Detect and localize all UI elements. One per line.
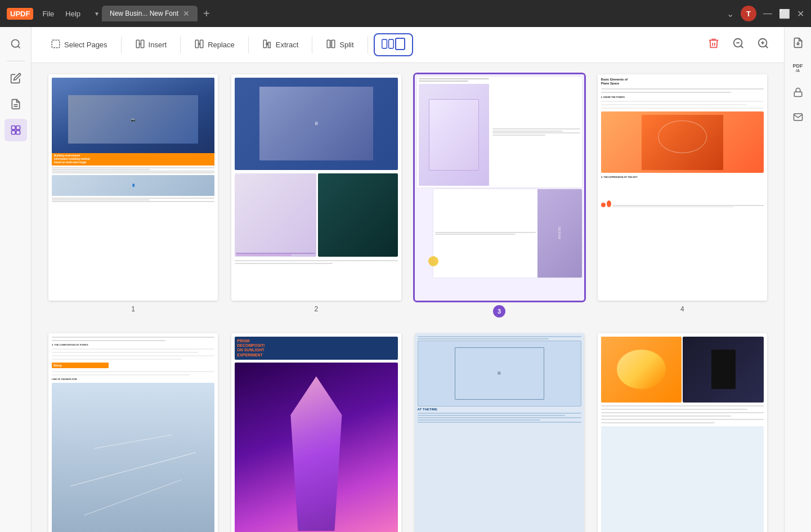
svg-rect-13 xyxy=(195,40,198,48)
titlebar-right: ⌄ T — ⬜ ✕ xyxy=(727,6,804,21)
page-item-8: 8 xyxy=(598,333,767,532)
page-thumb-6[interactable]: PRISMDECOMPOSITION SUNLIGHTEXPERIMENT xyxy=(231,333,401,532)
svg-rect-31 xyxy=(794,92,802,96)
insert-btn[interactable]: Insert xyxy=(127,34,175,56)
organize-dual-icon xyxy=(382,38,394,52)
tab-close-btn[interactable]: ✕ xyxy=(183,9,190,18)
window-options-btn[interactable]: ⌄ xyxy=(727,8,734,19)
replace-label: Replace xyxy=(208,41,235,49)
active-tab[interactable]: New Busin... New Font ✕ xyxy=(102,6,198,21)
page-num-3-badge: 3 xyxy=(493,305,505,318)
sidebar-divider-1 xyxy=(7,61,25,61)
help-menu[interactable]: Help xyxy=(65,10,80,18)
toolbar-right xyxy=(704,34,773,56)
right-doc-icon[interactable] xyxy=(788,33,808,53)
page-thumb-4[interactable]: Basic Elements ofPlane Space 1. KNOW THE… xyxy=(598,74,767,301)
toolbar-sep-3 xyxy=(248,37,249,53)
tab-bar: ▼ New Busin... New Font ✕ + xyxy=(94,6,718,21)
page-item-5: 3. THE COMPOSITION OF POINTS String LINE… xyxy=(48,333,218,532)
toolbar: Select Pages Insert xyxy=(32,27,784,63)
split-btn[interactable]: Split xyxy=(318,34,361,56)
split-icon xyxy=(326,39,336,51)
delete-btn[interactable] xyxy=(704,34,723,56)
page-item-1: 📷 Building environmentinformation modeli… xyxy=(48,74,218,318)
page-thumb-5[interactable]: 3. THE COMPOSITION OF POINTS String LINE… xyxy=(48,333,218,532)
svg-rect-10 xyxy=(141,40,144,48)
file-menu[interactable]: File xyxy=(42,10,54,18)
right-pdfa-icon[interactable]: PDF /A xyxy=(788,57,808,78)
page-thumb-3[interactable]: DESIGN xyxy=(415,74,584,301)
svg-point-0 xyxy=(11,40,19,47)
right-lock-icon[interactable] xyxy=(788,82,808,102)
page-thumb-7[interactable]: ⊞ AT THETIME xyxy=(415,333,584,532)
svg-line-27 xyxy=(765,46,768,48)
app-logo: UPDF xyxy=(7,8,33,20)
toolbar-sep-5 xyxy=(368,37,368,53)
page-item-4: Basic Elements ofPlane Space 1. KNOW THE… xyxy=(598,74,767,318)
main-layout: Select Pages Insert xyxy=(0,27,811,532)
extract-btn[interactable]: Extract xyxy=(254,34,306,56)
titlebar-menu: File Help xyxy=(42,10,80,18)
toolbar-sep-1 xyxy=(121,37,122,53)
toolbar-sep-4 xyxy=(312,37,312,53)
replace-icon xyxy=(194,39,204,51)
organize-single-icon xyxy=(395,38,405,52)
page-item-2: 🖥 2 xyxy=(231,74,401,318)
sidebar-annotate-btn[interactable] xyxy=(5,93,27,115)
content-area: Select Pages Insert xyxy=(32,27,784,532)
tab-dropdown-btn[interactable]: ▼ xyxy=(94,11,100,17)
right-mail-icon[interactable] xyxy=(788,107,808,127)
right-sidebar: PDF /A xyxy=(784,27,811,532)
select-pages-btn[interactable]: Select Pages xyxy=(43,34,115,56)
svg-rect-18 xyxy=(332,40,335,48)
svg-rect-20 xyxy=(382,39,387,48)
svg-rect-8 xyxy=(52,40,60,48)
select-pages-label: Select Pages xyxy=(64,41,107,49)
extract-label: Extract xyxy=(276,41,298,49)
left-sidebar xyxy=(0,27,32,532)
svg-rect-7 xyxy=(16,131,20,135)
select-pages-icon xyxy=(51,39,61,51)
svg-rect-21 xyxy=(388,39,393,48)
svg-rect-4 xyxy=(11,126,15,130)
page-num-1: 1 xyxy=(131,305,135,313)
sidebar-search-btn[interactable] xyxy=(5,33,27,55)
page-num-4: 4 xyxy=(680,305,684,313)
minimize-btn[interactable]: — xyxy=(763,8,772,19)
page-thumb-1[interactable]: 📷 Building environmentinformation modeli… xyxy=(48,74,218,301)
svg-rect-22 xyxy=(396,38,405,50)
zoom-out-btn[interactable] xyxy=(729,34,748,56)
svg-line-1 xyxy=(17,46,20,48)
extract-icon xyxy=(262,39,272,51)
svg-rect-17 xyxy=(328,40,330,48)
page-thumb-8[interactable] xyxy=(598,333,767,532)
svg-line-24 xyxy=(741,46,743,48)
page-thumb-2[interactable]: 🖥 xyxy=(231,74,401,301)
zoom-in-btn[interactable] xyxy=(754,34,773,56)
insert-icon xyxy=(135,39,145,51)
svg-point-30 xyxy=(797,43,799,44)
user-avatar[interactable]: T xyxy=(741,6,756,21)
page-item-7: ⊞ AT THETIME 7 xyxy=(415,333,584,532)
close-btn[interactable]: ✕ xyxy=(797,8,804,19)
new-tab-btn[interactable]: + xyxy=(200,7,213,20)
insert-label: Insert xyxy=(149,41,167,49)
svg-rect-9 xyxy=(136,40,139,48)
sidebar-edit-btn[interactable] xyxy=(5,67,27,90)
svg-rect-5 xyxy=(16,126,20,130)
titlebar: UPDF File Help ▼ New Busin... New Font ✕… xyxy=(0,0,811,27)
page-num-2: 2 xyxy=(315,305,319,313)
page-item-6: PRISMDECOMPOSITION SUNLIGHTEXPERIMENT 6 xyxy=(231,333,401,532)
split-label: Split xyxy=(339,41,353,49)
sidebar-pages-btn[interactable] xyxy=(5,119,27,141)
toolbar-sep-2 xyxy=(180,37,181,53)
pages-grid: 📷 Building environmentinformation modeli… xyxy=(32,63,784,532)
organize-view-btn[interactable] xyxy=(374,33,413,56)
maximize-btn[interactable]: ⬜ xyxy=(779,8,790,19)
svg-rect-6 xyxy=(11,131,15,135)
tab-label: New Busin... New Font xyxy=(110,10,178,17)
replace-btn[interactable]: Replace xyxy=(186,34,243,56)
page-item-3: DESIGN 3 xyxy=(415,74,584,318)
